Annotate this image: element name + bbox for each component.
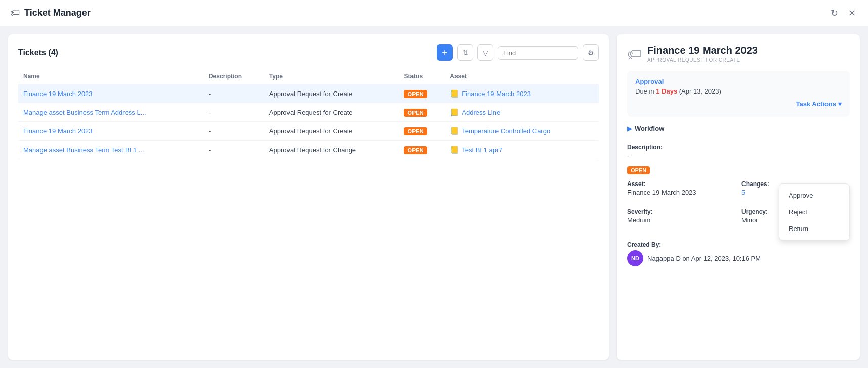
severity-label: Severity: — [627, 208, 735, 215]
header-actions: ↻ ✕ — [829, 6, 858, 21]
created-by-label: Created By: — [627, 241, 850, 248]
col-status: Status — [399, 69, 445, 84]
approval-card: Approval Due in 1 Days (Apr 13, 2023) Ta… — [627, 71, 850, 117]
settings-icon: ⚙ — [588, 49, 594, 57]
asset-value[interactable]: Finance 19 March 2023 — [627, 189, 735, 196]
cell-name: Finance 19 March 2023 — [18, 122, 203, 141]
task-actions-label: Task Actions — [796, 100, 836, 108]
tickets-title: Tickets (4) — [18, 48, 58, 57]
description-label: Description: — [627, 144, 850, 151]
app-title: Ticket Manager — [24, 8, 91, 18]
severity-value: Medium — [627, 216, 735, 224]
approve-action[interactable]: Approve — [779, 187, 849, 204]
workflow-label: Workflow — [635, 125, 664, 132]
severity-field: Severity: Medium — [627, 208, 735, 224]
created-by-text: Nagappa D on Apr 12, 2023, 10:16 PM — [647, 255, 761, 262]
col-name: Name — [18, 69, 203, 84]
close-button[interactable]: ✕ — [846, 6, 858, 21]
ticket-panel: Tickets (4) + ⇅ ▽ ⚙ Name — [8, 34, 609, 360]
asset-name[interactable]: Address Line — [462, 109, 500, 116]
cell-description: - — [203, 122, 264, 141]
settings-button[interactable]: ⚙ — [583, 44, 599, 61]
approval-label: Approval — [635, 78, 842, 85]
toolbar: + ⇅ ▽ ⚙ — [437, 44, 599, 61]
due-date: (Apr 13, 2023) — [677, 87, 721, 95]
asset-type-icon: 📒 — [450, 146, 459, 154]
detail-subtitle: APPROVAL REQUEST FOR CREATE — [647, 57, 758, 63]
detail-panel: 🏷 Finance 19 March 2023 APPROVAL REQUEST… — [617, 34, 860, 360]
refresh-button[interactable]: ↻ — [829, 6, 840, 21]
app-header: 🏷 Ticket Manager ↻ ✕ — [0, 0, 868, 26]
return-action[interactable]: Return — [779, 220, 849, 237]
cell-status: OPEN — [399, 141, 445, 159]
detail-header: 🏷 Finance 19 March 2023 APPROVAL REQUEST… — [627, 44, 850, 63]
description-field: Description: - — [627, 144, 850, 159]
table-row[interactable]: Finance 19 March 2023 - Approval Request… — [18, 84, 599, 103]
asset-field: Asset: Finance 19 March 2023 — [627, 180, 735, 196]
cell-type: Approval Request for Create — [264, 84, 399, 103]
cell-asset: 📒 Test Bt 1 apr7 — [445, 141, 599, 159]
cell-asset: 📒 Temperature Controlled Cargo — [445, 122, 599, 141]
asset-name[interactable]: Temperature Controlled Cargo — [462, 127, 550, 135]
asset-type-icon: 📒 — [450, 108, 459, 116]
col-description: Description — [203, 69, 264, 84]
cell-name: Manage asset Business Term Address L... — [18, 103, 203, 122]
due-prefix: Due in — [635, 87, 656, 95]
table-row[interactable]: Finance 19 March 2023 - Approval Request… — [18, 122, 599, 141]
asset-type-icon: 📒 — [450, 89, 459, 98]
sort-button[interactable]: ⇅ — [457, 44, 473, 61]
task-actions-button[interactable]: Task Actions ▾ — [796, 98, 842, 110]
cell-type: Approval Request for Create — [264, 122, 399, 141]
asset-label: Asset: — [627, 180, 735, 188]
workflow-toggle[interactable]: ▶ Workflow — [627, 125, 850, 132]
asset-name[interactable]: Finance 19 March 2023 — [462, 90, 531, 98]
workflow-chevron-icon: ▶ — [627, 125, 632, 132]
avatar: ND — [627, 250, 643, 266]
due-text: Due in 1 Days (Apr 13, 2023) — [635, 87, 842, 95]
cell-name: Finance 19 March 2023 — [18, 84, 203, 103]
main-content: Tickets (4) + ⇅ ▽ ⚙ Name — [0, 26, 868, 368]
filter-icon: ▽ — [483, 49, 488, 57]
col-asset: Asset — [445, 69, 599, 84]
created-by-row: ND Nagappa D on Apr 12, 2023, 10:16 PM — [627, 250, 850, 266]
ticket-manager-icon: 🏷 — [10, 7, 20, 19]
cell-name: Manage asset Business Term Test Bt 1 ... — [18, 141, 203, 159]
cell-description: - — [203, 84, 264, 103]
due-days: 1 Days — [656, 87, 677, 95]
search-input[interactable] — [498, 46, 578, 60]
cell-type: Approval Request for Create — [264, 103, 399, 122]
app-title-area: 🏷 Ticket Manager — [10, 7, 91, 19]
status-badge-container: OPEN — [627, 165, 850, 174]
cell-status: OPEN — [399, 103, 445, 122]
cell-asset: 📒 Address Line — [445, 103, 599, 122]
tickets-table: Name Description Type Status Asset Finan… — [18, 69, 599, 159]
table-row[interactable]: Manage asset Business Term Test Bt 1 ...… — [18, 141, 599, 159]
sort-icon: ⇅ — [462, 49, 468, 57]
detail-title: Finance 19 March 2023 — [647, 44, 758, 56]
cell-description: - — [203, 103, 264, 122]
cell-asset: 📒 Finance 19 March 2023 — [445, 84, 599, 103]
filter-button[interactable]: ▽ — [477, 44, 493, 61]
task-actions-dropdown: Approve Reject Return — [779, 183, 850, 241]
status-badge: OPEN — [627, 166, 650, 174]
cell-status: OPEN — [399, 122, 445, 141]
asset-type-icon: 📒 — [450, 127, 459, 135]
tickets-table-wrapper: Name Description Type Status Asset Finan… — [18, 69, 599, 350]
cell-description: - — [203, 141, 264, 159]
workflow-section: ▶ Workflow — [627, 125, 850, 136]
description-value: - — [627, 152, 850, 159]
cell-type: Approval Request for Change — [264, 141, 399, 159]
col-type: Type — [264, 69, 399, 84]
table-row[interactable]: Manage asset Business Term Address L... … — [18, 103, 599, 122]
chevron-down-icon: ▾ — [838, 100, 842, 108]
reject-action[interactable]: Reject — [779, 204, 849, 220]
detail-tag-icon: 🏷 — [627, 45, 641, 62]
ticket-panel-header: Tickets (4) + ⇅ ▽ ⚙ — [18, 44, 599, 61]
asset-name[interactable]: Test Bt 1 apr7 — [462, 146, 502, 154]
add-ticket-button[interactable]: + — [437, 44, 453, 61]
cell-status: OPEN — [399, 84, 445, 103]
created-by-section: Created By: ND Nagappa D on Apr 12, 2023… — [627, 241, 850, 266]
